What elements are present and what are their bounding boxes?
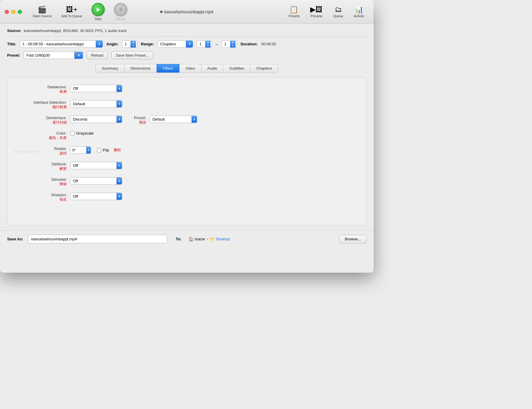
tab-filters[interactable]: Filters (157, 64, 179, 73)
open-source-button[interactable]: 🎬 Open Source (28, 4, 57, 20)
toolbar: 🎬 Open Source 🖼+ Add To Queue Start Paus… (28, 1, 132, 23)
grayscale-checkbox[interactable] (70, 131, 74, 135)
range-to-up[interactable]: ▲ (230, 41, 235, 44)
rotate-select[interactable]: 0° ▼ (70, 146, 91, 154)
queue-button[interactable]: 🗂 Queue (329, 4, 348, 20)
maximize-button[interactable] (18, 10, 22, 14)
path-folder-text: Desktop (216, 237, 230, 241)
denoise-label-group: Denoise: 降噪 (19, 177, 67, 187)
range-to-stepper[interactable]: ▲ ▼ (230, 41, 235, 47)
denoise-select[interactable]: Off ▼ (70, 177, 122, 185)
detelecine-select[interactable]: Off ▼ (70, 85, 122, 92)
angle-stepper[interactable]: ▲ ▼ (130, 41, 136, 47)
range-from-input[interactable]: ▲ ▼ (197, 40, 212, 48)
interlace-detection-label-group: Interlace Detection: 隔行检测 (19, 100, 67, 110)
close-button[interactable] (5, 10, 9, 14)
tab-video[interactable]: Video (179, 64, 201, 73)
reload-button[interactable]: Reload (87, 51, 108, 59)
flip-checkbox[interactable] (97, 148, 101, 152)
activity-button[interactable]: 📊 Activity (349, 4, 369, 20)
deinterlace-preset-select-arrow[interactable]: ▼ (192, 116, 197, 123)
add-to-queue-button[interactable]: 🖼+ Add To Queue (57, 4, 87, 20)
title-select[interactable]: 1 - 00:06:55 - kaixuelashouxinbappt ▼ (20, 40, 103, 48)
angle-down[interactable]: ▼ (130, 44, 136, 47)
range-type-arrow[interactable]: ▼ (186, 41, 193, 47)
tabs-container: Summary Dimensions Filters Video Audio S… (7, 64, 367, 73)
preview-button[interactable]: ▶🖼 Preview (305, 4, 327, 20)
grayscale-checkbox-group[interactable]: Grayscale (70, 131, 94, 135)
deblock-label-group: Deblock: 解密 (19, 162, 67, 171)
minimize-button[interactable] (11, 10, 15, 14)
range-to-input[interactable]: ▲ ▼ (222, 40, 237, 48)
interlace-detection-select-text: Default (71, 100, 117, 107)
open-source-icon: 🎬 (38, 6, 47, 13)
tab-chapters[interactable]: Chapters (250, 64, 278, 73)
rotate-select-arrow[interactable]: ▼ (86, 147, 91, 154)
range-label: Range: (141, 42, 154, 46)
pause-button[interactable]: Pause (109, 1, 132, 23)
detelecine-select-arrow[interactable]: ▼ (117, 85, 122, 92)
flip-label: Flip (103, 148, 109, 152)
flip-checkbox-group[interactable]: Flip (97, 148, 109, 152)
duration-value: 00:06:55 (261, 42, 276, 46)
deblock-select-arrow[interactable]: ▼ (117, 162, 122, 169)
angle-input[interactable]: ▲ ▼ (122, 40, 137, 48)
save-new-preset-button[interactable]: Save New Preset... (111, 51, 153, 59)
save-as-input[interactable] (28, 235, 167, 243)
sharpen-select-arrow[interactable]: ▼ (117, 193, 122, 200)
title-row: Title: 1 - 00:06:55 - kaixuelashouxinbap… (7, 40, 367, 48)
sharpen-select[interactable]: Off ▼ (70, 193, 122, 200)
interlace-detection-select-arrow[interactable]: ▼ (117, 100, 122, 107)
grayscale-label: Grayscale (76, 131, 94, 135)
title-text: kaixuelashouxinbappt.mp4 (164, 9, 214, 14)
tab-subtitles[interactable]: Subtitles (223, 64, 250, 73)
pause-icon (114, 3, 127, 16)
deblock-label: Deblock: (19, 162, 67, 166)
presets-button[interactable]: 📋 Presets (284, 4, 304, 20)
deinterlace-preset-select[interactable]: Default ▼ (150, 116, 197, 123)
folder-icon: 📁 (210, 237, 215, 242)
deinterlace-preset-label-cn: 预设 (134, 120, 146, 125)
path-display: 🏠 macw › 📁 Desktop (189, 237, 230, 242)
preset-select[interactable]: Fast 1080p30 ▼ (24, 52, 83, 59)
tab-audio[interactable]: Audio (201, 64, 223, 73)
range-from-up[interactable]: ▲ (205, 41, 211, 44)
color-label-cn: 颜色：灰度 (19, 135, 67, 140)
tab-summary[interactable]: Summary (95, 64, 125, 73)
title-select-arrow[interactable]: ▼ (96, 41, 103, 47)
rotate-controls: 0° ▼ Flip 翻转 (70, 146, 121, 154)
preset-select-arrow[interactable]: ▼ (74, 52, 83, 59)
detelecine-label-group: Detelecine: 检测 (19, 85, 67, 94)
denoise-label-cn: 降噪 (19, 182, 67, 187)
deinterlace-label-group: Deinterlace: 逐行扫描 (19, 116, 67, 125)
open-source-label: Open Source (33, 14, 52, 18)
interlace-detection-label: Interlace Detection: (19, 100, 67, 105)
start-icon (92, 3, 105, 16)
range-from-stepper[interactable]: ▲ ▼ (205, 41, 211, 47)
detelecine-label: Detelecine: (19, 85, 67, 89)
duration-label: Duration: (240, 42, 258, 46)
denoise-select-arrow[interactable]: ▼ (117, 178, 122, 184)
deinterlace-select[interactable]: Decomb ▼ (70, 116, 122, 123)
range-type-select[interactable]: Chapters ▼ (157, 40, 193, 48)
start-button[interactable]: Start (87, 1, 109, 23)
browse-button[interactable]: Browse... (339, 235, 367, 243)
toolbar-right: 📋 Presets ▶🖼 Preview 🗂 Queue 📊 Activity (284, 4, 369, 20)
angle-value[interactable] (122, 41, 130, 47)
deblock-select[interactable]: Off ▼ (70, 162, 122, 169)
interlace-detection-select[interactable]: Default ▼ (70, 100, 122, 108)
main-content: Source: kaixuelashouxinbappt, 852x480, 3… (0, 24, 374, 230)
path-home-text: macw (195, 237, 205, 241)
traffic-lights[interactable] (5, 10, 22, 14)
detelecine-label-cn: 检测 (19, 89, 67, 94)
range-from-value[interactable] (197, 41, 205, 47)
range-to-value[interactable] (222, 41, 230, 47)
path-separator: › (207, 237, 208, 241)
deinterlace-select-arrow[interactable]: ▼ (117, 116, 122, 123)
angle-up[interactable]: ▲ (130, 41, 136, 44)
preset-label: Preset: (7, 53, 20, 57)
bottom-bar: Save As: To: 🏠 macw › 📁 Desktop Browse..… (0, 230, 374, 247)
tab-dimensions[interactable]: Dimensions (124, 64, 157, 73)
range-to-down[interactable]: ▼ (230, 44, 235, 47)
range-from-down[interactable]: ▼ (205, 44, 211, 47)
